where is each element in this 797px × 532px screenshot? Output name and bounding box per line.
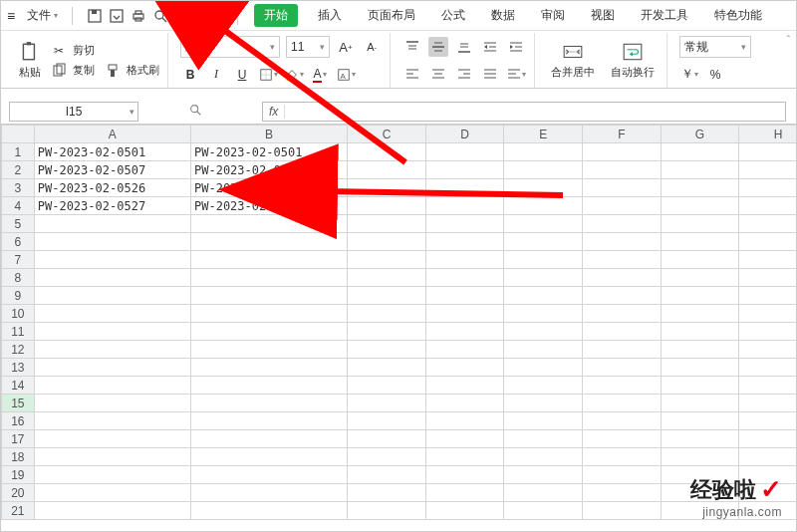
cell[interactable] xyxy=(348,395,426,412)
cell[interactable] xyxy=(348,341,426,359)
align-center-button[interactable] xyxy=(428,64,448,84)
cell[interactable] xyxy=(34,448,190,466)
cell[interactable] xyxy=(425,197,504,215)
cell[interactable] xyxy=(583,395,662,412)
cell[interactable] xyxy=(583,233,662,251)
cell[interactable] xyxy=(425,251,504,269)
italic-button[interactable]: I xyxy=(206,65,226,85)
wrap-text-button[interactable]: 自动换行 xyxy=(607,33,659,88)
align-middle-button[interactable] xyxy=(428,37,448,57)
cell[interactable] xyxy=(661,323,739,341)
cell[interactable] xyxy=(34,502,190,520)
tab-formula[interactable]: 公式 xyxy=(435,3,471,28)
cell[interactable] xyxy=(504,305,583,323)
merge-center-button[interactable]: 合并居中 xyxy=(547,33,599,88)
qat-dropdown-icon[interactable]: ▾ xyxy=(219,11,223,20)
currency-button[interactable]: ￥▾ xyxy=(679,65,699,85)
orientation-button[interactable]: ▾ xyxy=(506,64,526,84)
cell[interactable] xyxy=(661,215,739,233)
col-header[interactable]: H xyxy=(739,126,797,143)
tab-start[interactable]: 开始 xyxy=(254,4,298,27)
tab-data[interactable]: 数据 xyxy=(485,3,521,28)
cell[interactable] xyxy=(739,197,797,215)
col-header[interactable]: C xyxy=(348,126,426,143)
cell[interactable] xyxy=(739,269,797,287)
col-header[interactable]: G xyxy=(661,126,739,143)
cell[interactable]: PW-2023-02-0526 xyxy=(34,179,190,197)
tab-view[interactable]: 视图 xyxy=(585,3,621,28)
cell[interactable] xyxy=(425,377,504,395)
cell[interactable] xyxy=(34,305,190,323)
underline-button[interactable]: U xyxy=(232,65,252,85)
increase-indent-button[interactable] xyxy=(506,37,526,57)
cell[interactable] xyxy=(739,395,797,412)
cell[interactable] xyxy=(661,448,739,466)
cell[interactable] xyxy=(348,305,426,323)
phonetic-button[interactable]: A▾ xyxy=(336,65,356,85)
cell[interactable] xyxy=(34,251,190,269)
cell[interactable] xyxy=(504,448,583,466)
cell[interactable] xyxy=(583,305,662,323)
cell[interactable] xyxy=(661,287,739,305)
cell[interactable] xyxy=(348,179,426,197)
cell[interactable] xyxy=(504,215,583,233)
undo-icon[interactable] xyxy=(174,8,190,24)
cut-button[interactable]: ✂ 剪切 xyxy=(51,43,159,59)
cell[interactable] xyxy=(583,215,662,233)
cell[interactable] xyxy=(504,412,583,430)
cell[interactable] xyxy=(504,269,583,287)
cell[interactable] xyxy=(661,143,739,161)
row-header[interactable]: 15 xyxy=(2,395,35,412)
border-button[interactable]: ▾ xyxy=(258,65,278,85)
row-header[interactable]: 5 xyxy=(2,215,35,233)
preview-icon[interactable] xyxy=(152,8,168,24)
cell[interactable] xyxy=(504,341,583,359)
row-header[interactable]: 20 xyxy=(2,484,35,502)
cell[interactable]: PW-2023-02-0501 xyxy=(190,143,347,161)
cell[interactable] xyxy=(348,269,426,287)
cell[interactable] xyxy=(34,395,190,412)
cell[interactable] xyxy=(504,359,583,377)
cell[interactable] xyxy=(34,233,190,251)
row-header[interactable]: 8 xyxy=(2,269,35,287)
cell[interactable] xyxy=(425,233,504,251)
cell[interactable] xyxy=(583,502,662,520)
cell[interactable] xyxy=(34,341,190,359)
cell[interactable] xyxy=(583,484,662,502)
align-bottom-button[interactable] xyxy=(454,37,474,57)
font-name-select[interactable]: 宋体 ▾ xyxy=(180,36,280,58)
cell[interactable] xyxy=(739,359,797,377)
cell[interactable] xyxy=(583,143,662,161)
cell[interactable] xyxy=(34,430,190,448)
cell[interactable] xyxy=(583,466,662,484)
cell[interactable] xyxy=(348,502,426,520)
cell[interactable] xyxy=(34,359,190,377)
cell[interactable] xyxy=(504,233,583,251)
cell[interactable] xyxy=(425,484,504,502)
cell[interactable] xyxy=(504,161,583,179)
cell[interactable] xyxy=(504,502,583,520)
cell[interactable] xyxy=(348,359,426,377)
cell[interactable] xyxy=(425,143,504,161)
name-box[interactable]: I15 ▾ xyxy=(9,102,138,122)
cell[interactable] xyxy=(425,323,504,341)
cell[interactable]: PW-2023-02-0507 xyxy=(34,161,190,179)
cell[interactable] xyxy=(425,466,504,484)
row-header[interactable]: 21 xyxy=(2,502,35,520)
format-painter-button[interactable]: 格式刷 xyxy=(105,63,159,79)
cell[interactable] xyxy=(661,179,739,197)
cell[interactable] xyxy=(661,359,739,377)
cell[interactable] xyxy=(190,466,347,484)
cell[interactable] xyxy=(190,412,347,430)
cell[interactable] xyxy=(425,430,504,448)
row-header[interactable]: 3 xyxy=(2,179,35,197)
row-header[interactable]: 13 xyxy=(2,359,35,377)
col-header[interactable]: F xyxy=(583,126,662,143)
cell[interactable] xyxy=(739,448,797,466)
cell[interactable] xyxy=(739,251,797,269)
cell[interactable] xyxy=(583,412,662,430)
cell[interactable] xyxy=(348,287,426,305)
cell[interactable] xyxy=(425,448,504,466)
cell[interactable] xyxy=(190,323,347,341)
cell[interactable] xyxy=(583,287,662,305)
